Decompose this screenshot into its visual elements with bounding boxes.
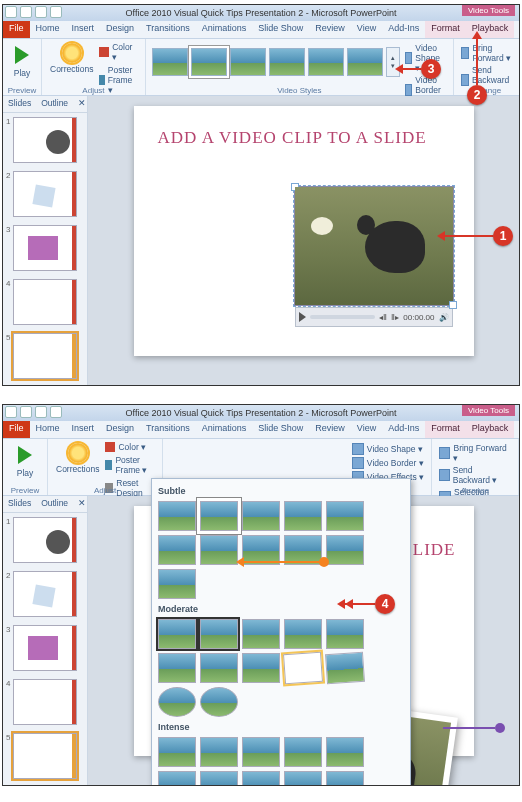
style-thumb[interactable] <box>347 48 383 76</box>
style-option[interactable] <box>200 737 238 767</box>
undo-icon[interactable] <box>35 406 47 418</box>
tab-view[interactable]: View <box>351 21 382 38</box>
slide-thumb-4[interactable]: 4 <box>3 275 87 329</box>
save-icon[interactable] <box>20 6 32 18</box>
slide-thumb-2[interactable]: 2 <box>3 167 87 221</box>
style-thumb[interactable] <box>269 48 305 76</box>
slides-tab[interactable]: Slides <box>3 96 36 112</box>
style-option[interactable] <box>200 653 238 683</box>
redo-icon[interactable] <box>50 406 62 418</box>
style-option[interactable] <box>158 619 196 649</box>
volume-icon[interactable]: 🔊 <box>439 313 449 322</box>
style-option[interactable] <box>200 619 238 649</box>
video-object[interactable]: ◂Ⅱ Ⅱ▸ 00:00.00 🔊 <box>294 186 454 306</box>
bring-forward-button[interactable]: Bring Forward ▾ <box>461 43 513 63</box>
style-option[interactable] <box>284 501 322 531</box>
save-icon[interactable] <box>20 406 32 418</box>
tab-view[interactable]: View <box>351 421 382 438</box>
style-option[interactable] <box>158 687 196 717</box>
tab-insert[interactable]: Insert <box>66 21 101 38</box>
style-option[interactable] <box>158 653 196 683</box>
style-option[interactable] <box>158 771 196 786</box>
style-option[interactable] <box>200 771 238 786</box>
style-option[interactable] <box>200 687 238 717</box>
video-back-icon[interactable]: ◂Ⅱ <box>379 313 387 322</box>
style-option[interactable] <box>325 652 365 685</box>
tab-transitions[interactable]: Transitions <box>140 21 196 38</box>
style-option[interactable] <box>326 535 364 565</box>
tab-home[interactable]: Home <box>30 421 66 438</box>
style-option[interactable] <box>242 653 280 683</box>
slide-thumb-1[interactable]: 1 <box>3 513 87 567</box>
tab-format[interactable]: Format <box>425 421 466 438</box>
undo-icon[interactable] <box>35 6 47 18</box>
outline-tab[interactable]: Outline <box>36 96 73 112</box>
play-button[interactable]: Play <box>7 41 37 80</box>
video-border-button[interactable]: Video Border ▾ <box>352 457 424 469</box>
slide-thumb-1[interactable]: 1 <box>3 113 87 167</box>
tab-file[interactable]: File <box>3 421 30 438</box>
style-thumb[interactable] <box>152 48 188 76</box>
tab-animations[interactable]: Animations <box>196 421 253 438</box>
tab-insert[interactable]: Insert <box>66 421 101 438</box>
slide-thumb-4[interactable]: 4 <box>3 675 87 729</box>
color-button[interactable]: Color ▾ <box>97 41 140 63</box>
ppt-icon[interactable] <box>5 406 17 418</box>
tab-review[interactable]: Review <box>309 421 351 438</box>
style-option-hover[interactable] <box>283 652 323 685</box>
corrections-button[interactable]: Corrections <box>46 41 97 83</box>
tab-file[interactable]: File <box>3 21 30 38</box>
style-option[interactable] <box>284 737 322 767</box>
slide-canvas[interactable]: ADD A VIDEO CLIP TO A SLIDE ◂Ⅱ Ⅱ▸ 00:00.… <box>88 96 519 385</box>
tab-home[interactable]: Home <box>30 21 66 38</box>
bring-forward-button[interactable]: Bring Forward ▾ <box>439 443 511 463</box>
style-thumb[interactable] <box>308 48 344 76</box>
tab-playback[interactable]: Playback <box>466 421 515 438</box>
style-option[interactable] <box>200 501 238 531</box>
style-option[interactable] <box>326 771 364 786</box>
style-option[interactable] <box>158 501 196 531</box>
close-panel-icon[interactable]: ✕ <box>73 96 88 112</box>
style-option[interactable] <box>200 535 238 565</box>
ppt-icon[interactable] <box>5 6 17 18</box>
tab-transitions[interactable]: Transitions <box>140 421 196 438</box>
video-shape-button[interactable]: Video Shape ▾ <box>352 443 424 455</box>
slide-thumb-5[interactable]: 5 <box>3 329 87 383</box>
tab-design[interactable]: Design <box>100 21 140 38</box>
tab-addins[interactable]: Add-Ins <box>382 21 425 38</box>
style-option[interactable] <box>284 619 322 649</box>
style-thumb[interactable] <box>191 48 227 76</box>
style-option[interactable] <box>326 501 364 531</box>
video-fwd-icon[interactable]: Ⅱ▸ <box>391 313 399 322</box>
slide-thumb-3[interactable]: 3 <box>3 621 87 675</box>
send-backward-button[interactable]: Send Backward ▾ <box>439 465 511 485</box>
slide-thumb-2[interactable]: 2 <box>3 567 87 621</box>
slides-tab[interactable]: Slides <box>3 496 36 512</box>
style-option[interactable] <box>242 737 280 767</box>
tab-review[interactable]: Review <box>309 21 351 38</box>
close-panel-icon[interactable]: ✕ <box>73 496 88 512</box>
tab-slideshow[interactable]: Slide Show <box>252 421 309 438</box>
color-button[interactable]: Color ▾ <box>103 441 158 453</box>
slide-thumb-3[interactable]: 3 <box>3 221 87 275</box>
poster-frame-button[interactable]: Poster Frame ▾ <box>103 454 158 476</box>
outline-tab[interactable]: Outline <box>36 496 73 512</box>
tab-addins[interactable]: Add-Ins <box>382 421 425 438</box>
slide-thumb-5[interactable]: 5 <box>3 729 87 783</box>
video-styles-gallery[interactable]: ▴▾ <box>150 41 402 83</box>
style-option[interactable] <box>326 737 364 767</box>
seek-track[interactable] <box>310 315 376 319</box>
corrections-button[interactable]: Corrections <box>52 441 103 483</box>
redo-icon[interactable] <box>50 6 62 18</box>
play-button[interactable]: Play <box>7 441 43 480</box>
style-option[interactable] <box>326 619 364 649</box>
style-option[interactable] <box>242 501 280 531</box>
tab-slideshow[interactable]: Slide Show <box>252 21 309 38</box>
style-option[interactable] <box>284 771 322 786</box>
style-option[interactable] <box>158 569 196 599</box>
play-icon[interactable] <box>299 312 306 322</box>
style-option[interactable] <box>242 619 280 649</box>
tab-format[interactable]: Format <box>425 21 466 38</box>
tab-design[interactable]: Design <box>100 421 140 438</box>
style-option[interactable] <box>242 771 280 786</box>
